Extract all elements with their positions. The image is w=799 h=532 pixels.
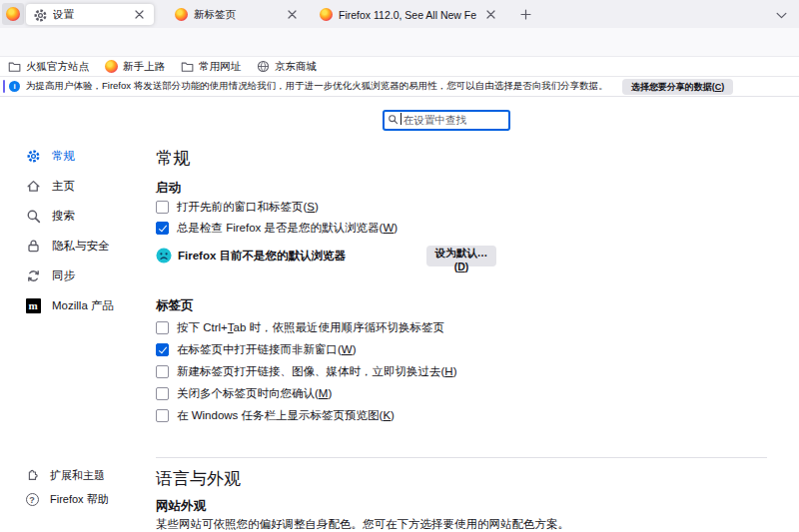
bookmark-item[interactable]: 常用网址 bbox=[181, 60, 241, 74]
close-icon[interactable] bbox=[131, 7, 147, 23]
sidebar-category[interactable]: m Mozilla 产品 bbox=[25, 295, 150, 315]
website-appearance-heading: 网站外观 bbox=[156, 498, 206, 515]
startup-heading: 启动 bbox=[156, 180, 181, 197]
checkbox-label: 按下 Ctrl+Tab 时，依照最近使用顺序循环切换标签页 bbox=[177, 320, 444, 335]
data-sharing-infobar: 为提高用户体验，Firefox 将发送部分功能的使用情况给我们，用于进一步优化火… bbox=[0, 76, 799, 97]
bookmark-item[interactable]: 火狐官方站点 bbox=[8, 60, 89, 74]
checkbox-label: 新建标签页打开链接、图像、媒体时，立即切换过去(H) bbox=[177, 364, 457, 379]
sidebar-category[interactable]: 常规 bbox=[25, 146, 150, 166]
language-appearance-title: 语言与外观 bbox=[156, 467, 241, 490]
not-default-sad-face-icon bbox=[156, 248, 172, 264]
close-icon[interactable] bbox=[284, 7, 300, 23]
section-divider bbox=[156, 457, 767, 458]
search-icon bbox=[25, 208, 41, 224]
bookmark-item[interactable]: 京东商城 bbox=[257, 60, 317, 74]
tabs-checkbox-group: 按下 Ctrl+Tab 时，依照最近使用顺序循环切换标签页 在标签页中打开链接而… bbox=[156, 320, 457, 422]
checkbox-label: 总是检查 Firefox 是否是您的默认浏览器(W) bbox=[177, 221, 398, 236]
search-input[interactable] bbox=[384, 111, 509, 130]
bookmarks-toolbar: 火狐官方站点 新手上路 常用网址 京东商城 bbox=[0, 57, 799, 76]
website-appearance-description: 某些网站可依照您的偏好调整自身配色。您可在下方选择要使用的网站配色方案。 bbox=[156, 517, 569, 532]
sidebar-category[interactable]: 同步 bbox=[25, 266, 150, 285]
infobar-accent bbox=[3, 80, 5, 93]
checkbox-row[interactable]: 关闭多个标签页时向您确认(M) bbox=[156, 386, 457, 400]
checkbox-label: 关闭多个标签页时向您确认(M) bbox=[177, 386, 332, 401]
tab-strip: 设置 新标签页 Firefox 112.0, See All New Fe bbox=[0, 0, 799, 28]
browser-tab[interactable]: 新标签页 bbox=[167, 4, 307, 25]
sidebar-category-label: 隐私与安全 bbox=[52, 239, 110, 254]
checkbox-row[interactable]: 在标签页中打开链接而非新窗口(W) bbox=[156, 342, 457, 356]
sidebar-footer-label: Firefox 帮助 bbox=[50, 492, 109, 507]
sidebar-category-label: 主页 bbox=[52, 179, 75, 194]
browser-tab[interactable]: Firefox 112.0, See All New Fe bbox=[312, 4, 505, 25]
close-icon[interactable] bbox=[482, 7, 498, 23]
settings-search bbox=[384, 110, 509, 129]
sidebar-category-label: 搜索 bbox=[52, 209, 75, 224]
checkbox-row[interactable]: 在 Windows 任务栏上显示标签页预览图(K) bbox=[156, 408, 457, 422]
browser-tab[interactable]: 设置 bbox=[26, 4, 154, 25]
sidebar-category-label: 同步 bbox=[52, 268, 75, 283]
new-tab-button[interactable] bbox=[514, 4, 536, 26]
home-icon bbox=[25, 178, 41, 194]
list-all-tabs-button[interactable] bbox=[771, 6, 791, 24]
checkbox-row[interactable]: 总是检查 Firefox 是否是您的默认浏览器(W) bbox=[156, 221, 398, 235]
mozilla-icon: m bbox=[25, 297, 41, 313]
navigation-toolbar: Firefox about:preferences bbox=[0, 28, 799, 57]
checkbox[interactable] bbox=[156, 201, 169, 214]
checkbox-label: 在 Windows 任务栏上显示标签页预览图(K) bbox=[177, 408, 395, 423]
gear-icon bbox=[33, 8, 47, 22]
tab-list: 设置 新标签页 Firefox 112.0, See All New Fe bbox=[26, 4, 536, 25]
search-icon bbox=[388, 114, 399, 125]
sidebar-footer-link[interactable]: 扩展和主题 bbox=[25, 466, 150, 484]
checkbox[interactable] bbox=[156, 409, 169, 422]
sidebar-category[interactable]: 搜索 bbox=[25, 206, 150, 226]
firefox-icon bbox=[174, 8, 188, 22]
sidebar-category[interactable]: 隐私与安全 bbox=[25, 236, 150, 256]
sidebar-category[interactable]: 主页 bbox=[25, 176, 150, 196]
firefox-logo-icon bbox=[6, 7, 20, 21]
checkbox-row[interactable]: 新建标签页打开链接、图像、媒体时，立即切换过去(H) bbox=[156, 364, 457, 378]
checkbox[interactable] bbox=[156, 387, 169, 400]
checkbox-label: 在标签页中打开链接而非新窗口(W) bbox=[177, 342, 357, 357]
checkbox[interactable] bbox=[156, 343, 169, 356]
set-default-button[interactable]: 设为默认…(D) bbox=[426, 246, 496, 266]
sidebar-category-label: 常规 bbox=[52, 149, 75, 164]
bookmark-label: 常用网址 bbox=[199, 60, 241, 74]
globe-icon bbox=[257, 60, 270, 73]
settings-sidebar: 常规 主页 搜索 隐私与安全 同步 m M bbox=[25, 146, 150, 315]
startup-checkbox-group: 打开先前的窗口和标签页(S) 总是检查 Firefox 是否是您的默认浏览器(W… bbox=[156, 200, 398, 235]
lock-icon bbox=[25, 238, 41, 254]
sidebar-footer: 扩展和主题 ? Firefox 帮助 bbox=[25, 466, 150, 508]
tab-title: Firefox 112.0, See All New Fe bbox=[339, 9, 476, 21]
checkbox[interactable] bbox=[156, 321, 169, 334]
gear-icon bbox=[25, 148, 41, 164]
sidebar-footer-link[interactable]: ? Firefox 帮助 bbox=[25, 490, 150, 508]
sync-icon bbox=[25, 267, 41, 283]
default-browser-status: Firefox 目前不是您的默认浏览器 bbox=[156, 248, 346, 264]
checkbox-row[interactable]: 打开先前的窗口和标签页(S) bbox=[156, 200, 398, 214]
default-browser-status-text: Firefox 目前不是您的默认浏览器 bbox=[178, 249, 346, 264]
firefox-window: 设置 新标签页 Firefox 112.0, See All New Fe bbox=[0, 0, 799, 532]
bookmark-item[interactable]: 新手上路 bbox=[105, 60, 165, 74]
bookmark-label: 京东商城 bbox=[275, 60, 317, 74]
firefox-app-button[interactable] bbox=[2, 3, 24, 25]
folder-icon bbox=[8, 60, 21, 73]
info-icon bbox=[9, 81, 20, 92]
sidebar-footer-label: 扩展和主题 bbox=[50, 468, 105, 483]
checkbox-label: 打开先前的窗口和标签页(S) bbox=[177, 200, 319, 215]
extensions-icon bbox=[25, 468, 39, 482]
help-icon: ? bbox=[25, 492, 39, 506]
text-caret bbox=[400, 113, 401, 125]
page-title: 常规 bbox=[156, 147, 190, 170]
checkbox[interactable] bbox=[156, 365, 169, 378]
folder-icon bbox=[181, 60, 194, 73]
firefox-icon bbox=[319, 8, 333, 22]
tab-title: 新标签页 bbox=[194, 8, 278, 22]
firefox-icon bbox=[105, 60, 118, 73]
checkbox-row[interactable]: 按下 Ctrl+Tab 时，依照最近使用顺序循环切换标签页 bbox=[156, 320, 457, 334]
choose-shared-data-button[interactable]: 选择您要分享的数据(C) bbox=[622, 79, 734, 95]
infobar-message: 为提高用户体验，Firefox 将发送部分功能的使用情况给我们，用于进一步优化火… bbox=[26, 80, 608, 93]
checkbox[interactable] bbox=[156, 222, 169, 235]
tab-title: 设置 bbox=[53, 8, 125, 22]
bookmark-label: 火狐官方站点 bbox=[26, 60, 89, 74]
sidebar-category-label: Mozilla 产品 bbox=[52, 298, 114, 313]
